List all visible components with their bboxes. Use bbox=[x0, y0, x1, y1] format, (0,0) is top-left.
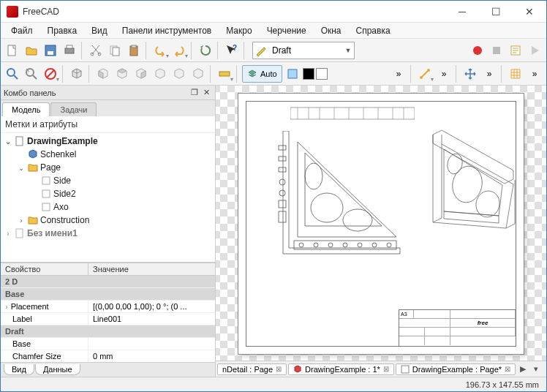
tree-item[interactable]: ⌄Page bbox=[1, 161, 215, 174]
view-rear-button[interactable] bbox=[151, 65, 169, 83]
svg-rect-27 bbox=[290, 108, 415, 119]
doc-tab-2[interactable]: DrawingExample : Page*⊠ bbox=[396, 363, 516, 375]
refresh-button[interactable] bbox=[197, 42, 214, 59]
copy-button[interactable] bbox=[106, 42, 124, 59]
view-iso-button[interactable] bbox=[68, 65, 86, 83]
macro-stop-button[interactable] bbox=[488, 42, 505, 59]
prop-tab-view[interactable]: Вид bbox=[4, 364, 34, 375]
zoom-select-button[interactable] bbox=[23, 65, 40, 83]
auto-group-button[interactable]: Auto bbox=[242, 65, 282, 83]
close-button[interactable]: ✕ bbox=[513, 1, 546, 23]
draw-style-button[interactable]: ▾ bbox=[42, 65, 59, 83]
status-coordinates: 196.73 x 147.55 mm bbox=[466, 380, 539, 389]
svg-rect-25 bbox=[42, 203, 50, 211]
move-button[interactable] bbox=[461, 65, 479, 83]
workbench-label: Draft bbox=[269, 45, 342, 56]
prop-tab-data[interactable]: Данные bbox=[35, 364, 80, 375]
color-swatch-black[interactable] bbox=[303, 68, 314, 80]
svg-point-44 bbox=[343, 243, 347, 247]
panel-close-button[interactable]: ✕ bbox=[200, 87, 212, 99]
cut-button[interactable] bbox=[87, 42, 105, 59]
view-left-button[interactable] bbox=[189, 65, 207, 83]
chevron-down-icon: ▼ bbox=[342, 47, 354, 54]
grid-snap-button[interactable] bbox=[507, 65, 524, 83]
doc-tab-1[interactable]: DrawingExample : 1*⊠ bbox=[288, 363, 394, 375]
undo-button[interactable]: ▾ bbox=[151, 42, 169, 59]
minimize-button[interactable]: ─ bbox=[445, 1, 479, 23]
view-top-button[interactable] bbox=[113, 65, 131, 83]
property-row[interactable]: ›Placement[(0,00 0,00 1,00); 0 °; (0 ... bbox=[1, 301, 215, 313]
property-row[interactable]: Chamfer Size0 mm bbox=[1, 350, 215, 362]
svg-rect-48 bbox=[279, 146, 286, 150]
svg-point-46 bbox=[372, 243, 377, 247]
property-row[interactable]: LabelLine001 bbox=[1, 313, 215, 325]
property-row[interactable]: Base bbox=[1, 338, 215, 350]
svg-point-51 bbox=[279, 179, 285, 185]
close-icon[interactable]: ⊠ bbox=[383, 365, 389, 373]
paste-button[interactable] bbox=[125, 42, 143, 59]
tree-item[interactable]: Side2 bbox=[1, 187, 215, 200]
doc-tab-0[interactable]: nDetail : Page⊠ bbox=[217, 363, 287, 375]
toolbar-overflow-2[interactable]: » bbox=[435, 65, 453, 83]
menu-macro[interactable]: Макро bbox=[219, 24, 259, 37]
whats-this-button[interactable]: ? bbox=[223, 42, 241, 59]
color-swatch-white[interactable] bbox=[316, 68, 328, 80]
print-button[interactable] bbox=[61, 42, 78, 59]
property-grid: Свойство Значение 2 DBase›Placement[(0,0… bbox=[1, 262, 215, 362]
save-button[interactable] bbox=[42, 42, 59, 59]
tree-item[interactable]: Side bbox=[1, 174, 215, 187]
measure-button[interactable]: ▾ bbox=[216, 65, 233, 83]
auto-label: Auto bbox=[260, 69, 277, 78]
model-tree[interactable]: ⌄DrawingExampleSchenkel⌄PageSideSide2Axo… bbox=[1, 133, 215, 262]
tree-item[interactable]: ›Без имени1 bbox=[1, 227, 215, 240]
new-button[interactable] bbox=[4, 42, 21, 59]
combo-panel: Комбо панель ❐ ✕ Модель Задачи Метки и а… bbox=[1, 86, 216, 377]
menu-windows[interactable]: Окна bbox=[314, 24, 349, 37]
toolbar-overflow-4[interactable]: » bbox=[526, 65, 543, 83]
svg-point-37 bbox=[311, 193, 343, 222]
drawing-viewport[interactable]: A3 free nDetail : Page⊠ DrawingExample :… bbox=[216, 86, 546, 377]
close-icon[interactable]: ⊠ bbox=[505, 365, 510, 373]
svg-rect-8 bbox=[113, 48, 119, 56]
tab-model[interactable]: Модель bbox=[2, 102, 50, 116]
svg-rect-50 bbox=[279, 167, 286, 172]
macro-record-button[interactable] bbox=[469, 42, 486, 59]
maximize-button[interactable]: ☐ bbox=[479, 1, 513, 23]
cube-icon bbox=[293, 365, 302, 374]
tree-item[interactable]: ⌄DrawingExample bbox=[1, 135, 215, 148]
menu-help[interactable]: Справка bbox=[349, 24, 398, 37]
page-icon bbox=[401, 365, 410, 374]
view-front-button[interactable] bbox=[94, 65, 112, 83]
svg-rect-49 bbox=[279, 157, 286, 161]
menu-file[interactable]: Файл bbox=[4, 24, 40, 37]
toolbar-overflow-3[interactable]: » bbox=[480, 65, 498, 83]
zoom-fit-button[interactable] bbox=[4, 65, 21, 83]
tree-item[interactable]: Axo bbox=[1, 200, 215, 214]
open-button[interactable] bbox=[23, 42, 40, 59]
prop-col-name: Свойство bbox=[1, 263, 88, 275]
svg-rect-13 bbox=[493, 47, 500, 54]
svg-rect-19 bbox=[288, 69, 297, 78]
toolbar-overflow-1[interactable]: » bbox=[390, 65, 407, 83]
menu-toolbars[interactable]: Панели инструментов bbox=[115, 24, 219, 37]
macro-play-button[interactable] bbox=[526, 42, 543, 59]
menu-view[interactable]: Вид bbox=[84, 24, 115, 37]
tree-item[interactable]: Schenkel bbox=[1, 148, 215, 161]
window-title: FreeCAD bbox=[23, 7, 445, 17]
tab-list-button[interactable]: ▾ bbox=[530, 364, 542, 374]
menu-drawing[interactable]: Черчение bbox=[260, 24, 314, 37]
redo-button[interactable]: ▾ bbox=[170, 42, 188, 59]
tab-tasks[interactable]: Задачи bbox=[50, 102, 97, 116]
close-icon[interactable]: ⊠ bbox=[276, 365, 282, 373]
construction-mode-button[interactable] bbox=[284, 65, 301, 83]
tree-item[interactable]: ›Construction bbox=[1, 214, 215, 227]
line-button[interactable]: ▾ bbox=[416, 65, 434, 83]
menu-edit[interactable]: Правка bbox=[40, 24, 85, 37]
macro-edit-button[interactable] bbox=[507, 42, 524, 59]
view-right-button[interactable] bbox=[132, 65, 150, 83]
svg-rect-23 bbox=[42, 177, 50, 184]
panel-float-button[interactable]: ❐ bbox=[189, 87, 200, 99]
tab-scroll-right[interactable]: ▶ bbox=[517, 364, 529, 374]
workbench-selector[interactable]: Draft ▼ bbox=[252, 42, 355, 59]
view-bottom-button[interactable] bbox=[170, 65, 188, 83]
